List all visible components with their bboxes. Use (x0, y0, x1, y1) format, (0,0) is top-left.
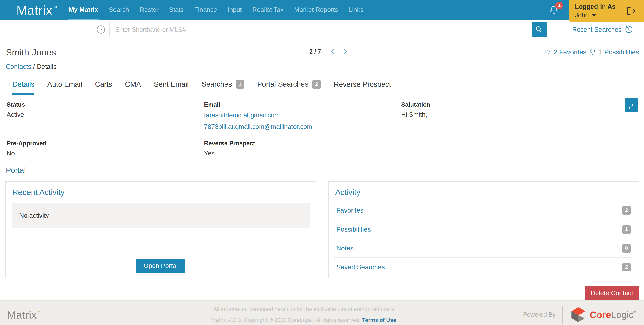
favorites-count-link[interactable]: 2 Favorites (554, 48, 586, 56)
salutation-field: Salutation Hi Smith, (401, 101, 613, 131)
activity-favorites-count: 2 (622, 206, 631, 215)
salutation-label: Salutation (401, 101, 613, 108)
tab-portal-searches-label: Portal Searches (257, 80, 308, 88)
previous-contact-button[interactable] (330, 48, 336, 55)
history-icon (624, 25, 633, 34)
footer-matrix-logo-text: Matrix (7, 309, 36, 321)
possibilities-count-link[interactable]: 1 Possibilities (599, 48, 639, 56)
tab-carts-label: Carts (95, 80, 112, 88)
speedbar-searchbox (109, 22, 547, 37)
help-icon[interactable]: ? (97, 26, 105, 34)
powered-by-label: Powered By (523, 311, 556, 318)
delete-row: Delete Contact (0, 286, 639, 300)
top-navigation-bar: Matrix™ My Matrix Search Roster Stats Fi… (0, 0, 644, 20)
logout-icon[interactable] (625, 5, 637, 17)
nav-stats[interactable]: Stats (169, 6, 184, 14)
tab-details[interactable]: Details (12, 80, 34, 94)
activity-card: Activity Favorites 2 Possibilities 1 Not… (328, 181, 639, 278)
search-icon (535, 26, 543, 34)
nav-realist-tax[interactable]: Realist Tax (252, 6, 284, 14)
chevron-right-icon (342, 48, 349, 55)
heart-icon (543, 48, 551, 56)
status-field: Status Active (6, 101, 204, 131)
nav-search[interactable]: Search (109, 6, 129, 14)
salutation-value: Hi Smith, (401, 111, 613, 118)
terms-of-use-link[interactable]: Terms of Use. (362, 317, 398, 323)
contact-tabs: Details Auto Email Carts CMA Sent Email … (0, 80, 644, 94)
user-text: Logged-in As John (575, 3, 616, 19)
lightbulb-icon (589, 48, 596, 56)
footer-matrix-logo-tm: ™ (36, 310, 40, 314)
reverse-prospect-label: Reverse Prospect (204, 140, 401, 147)
activity-saved-searches-link[interactable]: Saved Searches (336, 263, 385, 271)
activity-item-favorites[interactable]: Favorites 2 (334, 201, 633, 220)
footer-matrix-logo: Matrix™ (7, 308, 40, 321)
tab-reverse-prospect-label: Reverse Prospect (334, 80, 391, 88)
recent-activity-title: Recent Activity (12, 188, 316, 197)
activity-item-saved-searches[interactable]: Saved Searches 2 (334, 258, 633, 276)
search-input[interactable] (109, 22, 532, 37)
search-submit-button[interactable] (532, 22, 547, 37)
no-activity-text: No activity (19, 212, 49, 219)
reverse-prospect-value: Yes (204, 150, 401, 157)
tab-portal-searches-badge: 2 (312, 80, 321, 88)
tab-reverse-prospect[interactable]: Reverse Prospect (334, 80, 391, 94)
activity-title: Activity (335, 188, 639, 197)
nav-input[interactable]: Input (228, 6, 242, 14)
portal-section-link[interactable]: Portal (6, 166, 644, 174)
activity-item-notes[interactable]: Notes 0 (334, 238, 633, 258)
speedbar-search-row: ? Recent Searches (0, 20, 644, 39)
logged-in-user-menu[interactable]: Logged-in As John (569, 0, 644, 22)
email-link-1[interactable]: tarasoftdemo.at.gmail.com (204, 111, 401, 120)
footer-powered-by: Powered By CoreLogic® (523, 306, 636, 324)
breadcrumb-current: Details (37, 63, 56, 70)
footer-divider (562, 306, 563, 324)
notification-count-badge: 1 (555, 2, 563, 9)
footer: Matrix™ All information contained herein… (0, 300, 644, 325)
tab-portal-searches[interactable]: Portal Searches2 (257, 80, 321, 94)
footer-copyright: Matrix v10.3. Copyright © 2020 CoreLogic… (211, 317, 361, 323)
breadcrumb: Contacts/Details (6, 63, 644, 70)
nav-links[interactable]: Links (348, 6, 364, 14)
activity-possibilities-link[interactable]: Possibilities (336, 226, 371, 233)
email-label: Email (204, 101, 401, 108)
chevron-down-icon (592, 14, 596, 16)
pre-approved-value: No (6, 150, 204, 157)
matrix-app: Matrix™ My Matrix Search Roster Stats Fi… (0, 0, 644, 325)
activity-possibilities-count: 1 (622, 225, 631, 234)
matrix-logo-text: Matrix (16, 3, 52, 18)
contact-details-fields: Status Active Email tarasoftdemo.at.gmai… (0, 94, 644, 157)
tab-searches[interactable]: Searches1 (202, 80, 244, 94)
breadcrumb-contacts-link[interactable]: Contacts (6, 63, 31, 70)
pencil-icon (628, 102, 635, 109)
activity-favorites-link[interactable]: Favorites (336, 206, 364, 214)
open-portal-button[interactable]: Open Portal (136, 259, 185, 273)
nav-roster[interactable]: Roster (140, 6, 158, 14)
activity-item-possibilities[interactable]: Possibilities 1 (334, 220, 633, 238)
email-link-2[interactable]: 7873bill.at.gmail.com@mailinator.com (204, 122, 401, 131)
tab-sent-email[interactable]: Sent Email (154, 80, 189, 94)
tab-cma[interactable]: CMA (125, 80, 141, 94)
corelogic-cube-icon (570, 306, 587, 323)
activity-saved-searches-count: 2 (622, 263, 631, 272)
nav-my-matrix[interactable]: My Matrix (69, 6, 98, 14)
contact-pager: 2 / 7 (309, 48, 349, 55)
tab-carts[interactable]: Carts (95, 80, 112, 94)
edit-contact-button[interactable] (624, 98, 638, 112)
activity-notes-link[interactable]: Notes (336, 244, 354, 252)
logged-in-as-label: Logged-in As (575, 3, 616, 10)
tab-sent-email-label: Sent Email (154, 80, 189, 88)
nav-market-reports[interactable]: Market Reports (294, 6, 338, 14)
corelogic-wordmark: CoreLogic® (590, 310, 636, 320)
notifications-button[interactable]: 1 (548, 4, 560, 16)
corelogic-registered-mark: ® (633, 310, 636, 314)
main-nav: My Matrix Search Roster Stats Finance In… (69, 6, 364, 14)
tab-searches-label: Searches (202, 80, 232, 88)
next-contact-button[interactable] (342, 48, 349, 55)
tab-searches-badge: 1 (236, 80, 244, 88)
delete-contact-button[interactable]: Delete Contact (585, 286, 639, 300)
tab-auto-email[interactable]: Auto Email (47, 80, 82, 94)
corelogic-core-text: Core (590, 310, 611, 320)
recent-searches-button[interactable]: Recent Searches (572, 25, 633, 34)
nav-finance[interactable]: Finance (194, 6, 217, 14)
